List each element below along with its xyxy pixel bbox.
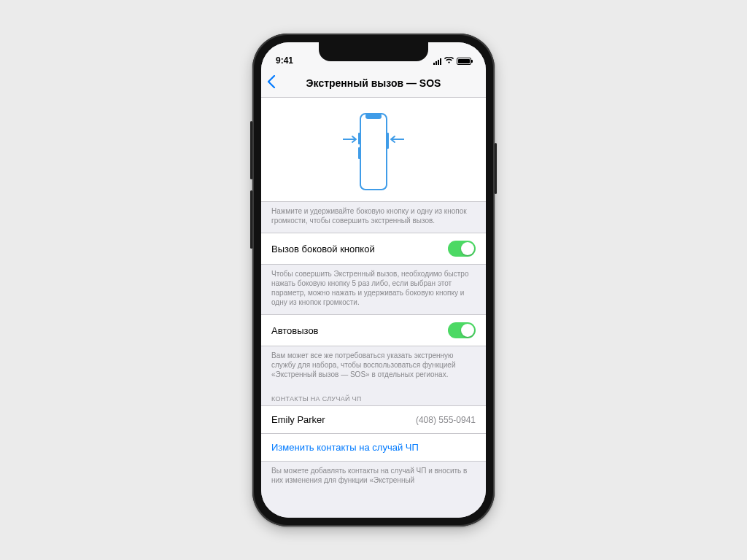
battery-icon <box>457 58 471 65</box>
edit-contacts-link[interactable]: Изменить контакты на случай ЧП <box>261 434 486 462</box>
svg-rect-0 <box>360 114 387 190</box>
row-label: Вызов боковой кнопкой <box>271 244 375 254</box>
row-label: Автовызов <box>271 325 319 336</box>
contacts-section-header: КОНТАКТЫ НА СЛУЧАЙ ЧП <box>261 386 486 405</box>
svg-rect-6 <box>387 133 389 149</box>
screen: 9:41 Экстренный вызов — SOS <box>261 42 486 518</box>
cellular-signal-icon <box>433 58 441 65</box>
contact-phone: (408) 555-0941 <box>416 415 476 425</box>
bottom-cutoff-text: Вы можете добавлять контакты на случай Ч… <box>261 462 486 485</box>
content[interactable]: Нажмите и удерживайте боковую кнопку и о… <box>261 98 486 518</box>
notch <box>319 42 428 61</box>
phone-squeeze-icon <box>330 108 417 195</box>
nav-title: Экстренный вызов — SOS <box>261 77 486 89</box>
illustration-footnote: Нажмите и удерживайте боковую кнопку и о… <box>261 202 486 233</box>
contact-row[interactable]: Emily Parker (408) 555-0941 <box>261 405 486 434</box>
chevron-left-icon <box>267 75 276 88</box>
nav-bar: Экстренный вызов — SOS <box>261 69 486 98</box>
back-button[interactable] <box>267 75 276 91</box>
side-button-footnote: Чтобы совершить Экстренный вызов, необхо… <box>261 265 486 314</box>
contact-name: Emily Parker <box>271 414 325 425</box>
phone-frame: 9:41 Экстренный вызов — SOS <box>252 34 495 526</box>
svg-rect-5 <box>358 147 360 159</box>
svg-rect-1 <box>365 114 382 119</box>
status-time: 9:41 <box>276 55 312 66</box>
row-auto-call[interactable]: Автовызов <box>261 314 486 346</box>
wifi-icon <box>444 57 454 66</box>
sos-illustration <box>261 98 486 202</box>
row-call-with-side-button[interactable]: Вызов боковой кнопкой <box>261 233 486 265</box>
status-icons <box>427 57 471 66</box>
auto-call-toggle[interactable] <box>448 322 476 338</box>
auto-call-footnote: Вам может все же потребоваться указать э… <box>261 346 486 386</box>
svg-rect-4 <box>358 133 360 144</box>
side-button-toggle[interactable] <box>448 241 476 257</box>
edit-contacts-label: Изменить контакты на случай ЧП <box>271 442 419 453</box>
